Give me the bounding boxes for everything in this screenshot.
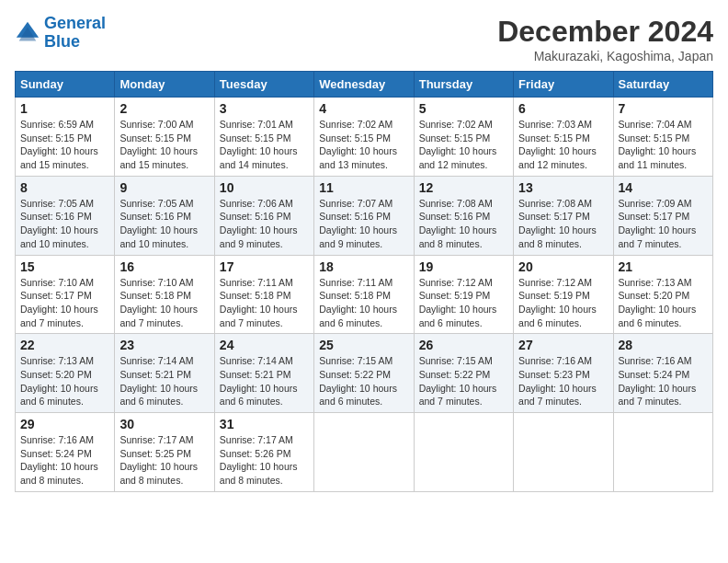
- calendar-table: SundayMondayTuesdayWednesdayThursdayFrid…: [15, 71, 713, 492]
- calendar-cell: 3Sunrise: 7:01 AM Sunset: 5:15 PM Daylig…: [214, 98, 313, 177]
- day-info: Sunrise: 7:11 AM Sunset: 5:18 PM Dayligh…: [319, 276, 408, 330]
- day-number: 8: [20, 180, 109, 195]
- calendar-cell: 2Sunrise: 7:00 AM Sunset: 5:15 PM Daylig…: [115, 98, 214, 177]
- calendar-cell: 1Sunrise: 6:59 AM Sunset: 5:15 PM Daylig…: [16, 98, 115, 177]
- calendar-week-row: 15Sunrise: 7:10 AM Sunset: 5:17 PM Dayli…: [16, 255, 713, 334]
- day-number: 5: [419, 101, 508, 116]
- day-number: 31: [220, 417, 309, 431]
- calendar-cell: 12Sunrise: 7:08 AM Sunset: 5:16 PM Dayli…: [414, 176, 513, 255]
- logo-icon: [15, 20, 40, 46]
- day-number: 18: [319, 259, 408, 274]
- day-info: Sunrise: 7:02 AM Sunset: 5:15 PM Dayligh…: [419, 118, 508, 172]
- day-info: Sunrise: 7:17 AM Sunset: 5:26 PM Dayligh…: [220, 433, 309, 488]
- page-header: General Blue December 2024 Makurazaki, K…: [15, 15, 713, 63]
- calendar-cell: 16Sunrise: 7:10 AM Sunset: 5:18 PM Dayli…: [115, 255, 214, 334]
- calendar-cell: 17Sunrise: 7:11 AM Sunset: 5:18 PM Dayli…: [214, 255, 313, 334]
- day-number: 10: [220, 180, 309, 195]
- day-info: Sunrise: 7:12 AM Sunset: 5:19 PM Dayligh…: [419, 276, 508, 330]
- day-info: Sunrise: 7:08 AM Sunset: 5:17 PM Dayligh…: [518, 197, 608, 251]
- day-info: Sunrise: 7:03 AM Sunset: 5:15 PM Dayligh…: [518, 118, 608, 172]
- day-info: Sunrise: 7:06 AM Sunset: 5:16 PM Dayligh…: [220, 197, 309, 251]
- calendar-header-row: SundayMondayTuesdayWednesdayThursdayFrid…: [16, 72, 713, 98]
- day-info: Sunrise: 7:12 AM Sunset: 5:19 PM Dayligh…: [518, 276, 608, 330]
- day-number: 9: [119, 180, 209, 195]
- day-info: Sunrise: 7:15 AM Sunset: 5:22 PM Dayligh…: [419, 354, 508, 408]
- calendar-cell: 27Sunrise: 7:16 AM Sunset: 5:23 PM Dayli…: [514, 334, 613, 413]
- day-number: 7: [619, 101, 708, 116]
- day-info: Sunrise: 7:11 AM Sunset: 5:18 PM Dayligh…: [220, 276, 309, 330]
- day-number: 22: [20, 338, 109, 352]
- calendar-cell: 11Sunrise: 7:07 AM Sunset: 5:16 PM Dayli…: [314, 176, 414, 255]
- day-number: 27: [518, 338, 608, 352]
- calendar-cell: 14Sunrise: 7:09 AM Sunset: 5:17 PM Dayli…: [613, 176, 712, 255]
- calendar-week-row: 29Sunrise: 7:16 AM Sunset: 5:24 PM Dayli…: [16, 413, 713, 492]
- day-number: 20: [518, 259, 608, 274]
- day-info: Sunrise: 7:10 AM Sunset: 5:17 PM Dayligh…: [20, 276, 109, 330]
- day-number: 2: [119, 101, 209, 116]
- calendar-day-header: Monday: [115, 72, 214, 98]
- calendar-day-header: Saturday: [613, 72, 712, 98]
- day-number: 1: [20, 101, 109, 116]
- logo: General Blue: [15, 15, 106, 52]
- day-number: 12: [419, 180, 508, 195]
- calendar-cell: 29Sunrise: 7:16 AM Sunset: 5:24 PM Dayli…: [16, 413, 115, 492]
- calendar-cell: 5Sunrise: 7:02 AM Sunset: 5:15 PM Daylig…: [414, 98, 513, 177]
- day-number: 14: [619, 180, 708, 195]
- calendar-cell: 20Sunrise: 7:12 AM Sunset: 5:19 PM Dayli…: [514, 255, 613, 334]
- day-number: 6: [518, 101, 608, 116]
- calendar-cell: [414, 413, 513, 492]
- calendar-cell: 9Sunrise: 7:05 AM Sunset: 5:16 PM Daylig…: [115, 176, 214, 255]
- calendar-day-header: Thursday: [414, 72, 513, 98]
- logo-text: General Blue: [44, 15, 106, 52]
- day-number: 4: [319, 101, 408, 116]
- day-number: 11: [319, 180, 408, 195]
- day-number: 3: [220, 101, 309, 116]
- month-title: December 2024: [497, 15, 713, 49]
- calendar-cell: 31Sunrise: 7:17 AM Sunset: 5:26 PM Dayli…: [214, 413, 313, 492]
- calendar-cell: 23Sunrise: 7:14 AM Sunset: 5:21 PM Dayli…: [115, 334, 214, 413]
- day-info: Sunrise: 7:14 AM Sunset: 5:21 PM Dayligh…: [119, 354, 209, 408]
- day-info: Sunrise: 7:07 AM Sunset: 5:16 PM Dayligh…: [319, 197, 408, 251]
- day-number: 23: [119, 338, 209, 352]
- day-info: Sunrise: 7:05 AM Sunset: 5:16 PM Dayligh…: [119, 197, 209, 251]
- day-info: Sunrise: 7:08 AM Sunset: 5:16 PM Dayligh…: [419, 197, 508, 251]
- day-info: Sunrise: 7:13 AM Sunset: 5:20 PM Dayligh…: [20, 354, 109, 408]
- calendar-cell: 7Sunrise: 7:04 AM Sunset: 5:15 PM Daylig…: [613, 98, 712, 177]
- day-info: Sunrise: 7:15 AM Sunset: 5:22 PM Dayligh…: [319, 354, 408, 408]
- calendar-cell: [613, 413, 712, 492]
- day-info: Sunrise: 7:02 AM Sunset: 5:15 PM Dayligh…: [319, 118, 408, 172]
- calendar-cell: 6Sunrise: 7:03 AM Sunset: 5:15 PM Daylig…: [514, 98, 613, 177]
- calendar-week-row: 8Sunrise: 7:05 AM Sunset: 5:16 PM Daylig…: [16, 176, 713, 255]
- calendar-cell: 22Sunrise: 7:13 AM Sunset: 5:20 PM Dayli…: [16, 334, 115, 413]
- day-number: 15: [20, 259, 109, 274]
- day-number: 16: [119, 259, 209, 274]
- day-number: 21: [619, 259, 708, 274]
- calendar-week-row: 1Sunrise: 6:59 AM Sunset: 5:15 PM Daylig…: [16, 98, 713, 177]
- day-number: 24: [220, 338, 309, 352]
- calendar-cell: 19Sunrise: 7:12 AM Sunset: 5:19 PM Dayli…: [414, 255, 513, 334]
- day-info: Sunrise: 6:59 AM Sunset: 5:15 PM Dayligh…: [20, 118, 109, 172]
- calendar-cell: 13Sunrise: 7:08 AM Sunset: 5:17 PM Dayli…: [514, 176, 613, 255]
- day-info: Sunrise: 7:00 AM Sunset: 5:15 PM Dayligh…: [119, 118, 209, 172]
- calendar-cell: 21Sunrise: 7:13 AM Sunset: 5:20 PM Dayli…: [613, 255, 712, 334]
- day-number: 29: [20, 417, 109, 431]
- calendar-cell: 24Sunrise: 7:14 AM Sunset: 5:21 PM Dayli…: [214, 334, 313, 413]
- day-info: Sunrise: 7:16 AM Sunset: 5:23 PM Dayligh…: [518, 354, 608, 408]
- day-number: 13: [518, 180, 608, 195]
- calendar-cell: 25Sunrise: 7:15 AM Sunset: 5:22 PM Dayli…: [314, 334, 414, 413]
- calendar-cell: 8Sunrise: 7:05 AM Sunset: 5:16 PM Daylig…: [16, 176, 115, 255]
- calendar-cell: 4Sunrise: 7:02 AM Sunset: 5:15 PM Daylig…: [314, 98, 414, 177]
- day-number: 28: [619, 338, 708, 352]
- day-info: Sunrise: 7:17 AM Sunset: 5:25 PM Dayligh…: [119, 433, 209, 488]
- calendar-cell: [314, 413, 414, 492]
- calendar-cell: 10Sunrise: 7:06 AM Sunset: 5:16 PM Dayli…: [214, 176, 313, 255]
- calendar-cell: [514, 413, 613, 492]
- day-number: 30: [119, 417, 209, 431]
- calendar-cell: 15Sunrise: 7:10 AM Sunset: 5:17 PM Dayli…: [16, 255, 115, 334]
- calendar-day-header: Friday: [514, 72, 613, 98]
- calendar-cell: 26Sunrise: 7:15 AM Sunset: 5:22 PM Dayli…: [414, 334, 513, 413]
- day-info: Sunrise: 7:10 AM Sunset: 5:18 PM Dayligh…: [119, 276, 209, 330]
- day-info: Sunrise: 7:04 AM Sunset: 5:15 PM Dayligh…: [619, 118, 708, 172]
- day-info: Sunrise: 7:16 AM Sunset: 5:24 PM Dayligh…: [20, 433, 109, 488]
- calendar-day-header: Wednesday: [314, 72, 414, 98]
